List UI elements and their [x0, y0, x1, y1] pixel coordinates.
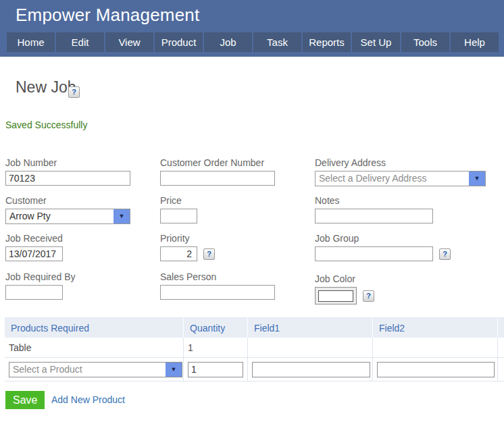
table-row: Table 1 — [5, 338, 504, 358]
app-header: Empower Management Home Edit View Produc… — [0, 0, 504, 57]
app-title: Empower Management — [16, 5, 199, 26]
nav-item-product[interactable]: Product — [155, 32, 203, 52]
nav-item-help[interactable]: Help — [451, 32, 499, 52]
customer-select[interactable]: Arrow Pty ▼ — [5, 209, 130, 224]
priority-help-icon[interactable]: ? — [203, 248, 215, 260]
column-header-field2: Field2 — [373, 318, 498, 338]
job-color-label: Job Color — [315, 273, 374, 284]
delivery-address-selected-value: Select a Delivery Address — [316, 171, 469, 186]
price-input[interactable] — [160, 209, 197, 223]
job-color-swatch — [318, 290, 353, 302]
job-color-help-icon[interactable]: ? — [363, 290, 374, 302]
product-select-placeholder: Select a Product — [9, 363, 166, 377]
field-customer-order-number: Customer Order Number — [160, 157, 275, 186]
column-header-quantity: Quantity — [184, 318, 248, 338]
product-field2-cell — [373, 338, 498, 357]
field-delivery-address: Delivery Address Select a Delivery Addre… — [315, 157, 486, 186]
job-group-help-icon[interactable]: ? — [439, 248, 451, 260]
job-number-label: Job Number — [5, 157, 130, 168]
field-price: Price — [160, 195, 197, 223]
field-priority: Priority ? — [160, 233, 215, 261]
nav-item-tools[interactable]: Tools — [401, 32, 449, 52]
new-field2-input[interactable] — [377, 362, 495, 377]
nav-item-home[interactable]: Home — [7, 32, 55, 52]
job-group-input[interactable] — [315, 246, 433, 261]
field-job-number: Job Number — [5, 157, 130, 186]
field-job-group: Job Group ? — [315, 233, 451, 261]
status-message: Saved Successfully — [5, 120, 87, 130]
products-table-header: Products Required Quantity Field1 Field2… — [5, 318, 504, 338]
product-quantity-cell: 1 — [184, 338, 248, 357]
notes-input[interactable] — [315, 209, 433, 223]
sales-person-label: Sales Person — [160, 271, 275, 282]
notes-label: Notes — [315, 195, 433, 206]
job-group-label: Job Group — [315, 233, 451, 244]
customer-label: Customer — [5, 195, 130, 206]
column-header-products-required: Products Required — [5, 318, 184, 338]
save-button[interactable]: Save — [5, 391, 45, 409]
delivery-address-select[interactable]: Select a Delivery Address ▼ — [315, 171, 486, 186]
job-number-input[interactable] — [5, 171, 130, 186]
customer-selected-value: Arrow Pty — [6, 209, 114, 223]
dropdown-arrow-icon: ▼ — [474, 176, 480, 182]
field-job-received: Job Received — [5, 233, 63, 261]
price-label: Price — [160, 195, 197, 206]
dropdown-arrow-icon: ▼ — [171, 367, 177, 373]
priority-label: Priority — [160, 233, 215, 244]
page-title: New Job — [16, 78, 76, 97]
nav-item-view[interactable]: View — [105, 32, 153, 52]
delivery-address-dropdown-button[interactable]: ▼ — [469, 171, 485, 186]
new-quantity-input[interactable] — [188, 362, 243, 377]
customer-order-number-input[interactable] — [160, 171, 275, 186]
job-color-picker[interactable] — [315, 287, 357, 304]
job-required-by-label: Job Required By — [5, 271, 76, 282]
priority-input[interactable] — [160, 246, 197, 261]
delivery-address-label: Delivery Address — [315, 157, 486, 168]
field-customer: Customer Arrow Pty ▼ — [5, 195, 130, 224]
job-received-input[interactable] — [5, 246, 63, 261]
sales-person-input[interactable] — [160, 285, 275, 300]
product-extra-cell — [498, 338, 504, 357]
product-dropdown-button[interactable]: ▼ — [166, 363, 182, 377]
field-job-required-by: Job Required By — [5, 271, 76, 300]
job-received-label: Job Received — [5, 233, 63, 244]
column-header-field1: Field1 — [248, 318, 373, 338]
dropdown-arrow-icon: ▼ — [119, 213, 125, 219]
product-field1-cell — [248, 338, 373, 357]
nav-item-reports[interactable]: Reports — [303, 32, 351, 52]
nav-item-setup[interactable]: Set Up — [352, 32, 400, 52]
field-notes: Notes — [315, 195, 433, 223]
add-new-product-link[interactable]: Add New Product — [51, 394, 125, 405]
field-job-color: Job Color ? — [315, 273, 374, 304]
customer-dropdown-button[interactable]: ▼ — [114, 209, 130, 223]
nav-item-edit[interactable]: Edit — [56, 32, 104, 52]
main-nav: Home Edit View Product Job Task Reports … — [0, 32, 504, 52]
customer-order-number-label: Customer Order Number — [160, 157, 275, 168]
new-product-row: Select a Product ▼ — [5, 358, 504, 381]
column-header-clipped: S — [498, 318, 504, 338]
page-help-icon[interactable]: ? — [68, 86, 80, 98]
new-field1-input[interactable] — [252, 362, 370, 377]
product-select[interactable]: Select a Product ▼ — [9, 362, 182, 377]
product-name-cell: Table — [5, 338, 184, 357]
field-sales-person: Sales Person — [160, 271, 275, 300]
nav-item-job[interactable]: Job — [204, 32, 252, 52]
products-table: Products Required Quantity Field1 Field2… — [5, 317, 504, 381]
job-required-by-input[interactable] — [5, 285, 63, 300]
nav-item-task[interactable]: Task — [253, 32, 301, 52]
